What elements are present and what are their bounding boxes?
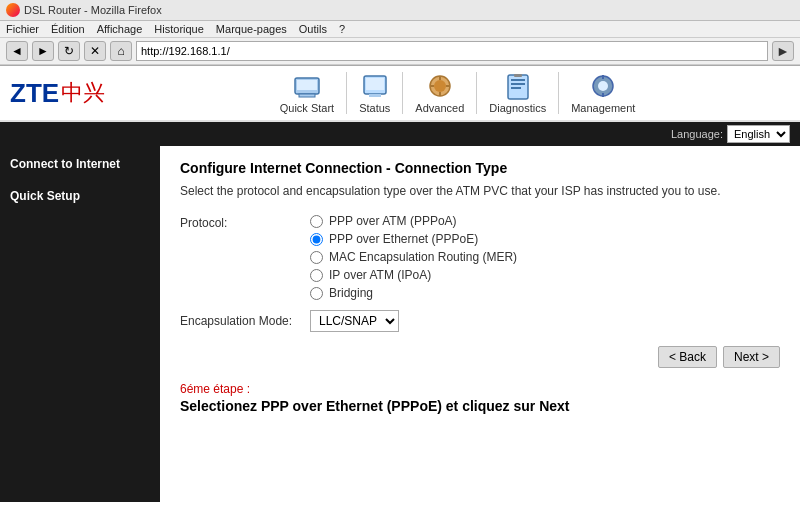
svg-point-18 [598,81,608,91]
lang-select[interactable]: English French [727,125,790,143]
main-area: Connect to Internet Quick Setup Configur… [0,146,800,502]
svg-rect-20 [602,93,604,97]
nav-status[interactable]: Status [347,72,403,114]
protocol-pppoа-label: PPP over ATM (PPPoA) [329,214,457,228]
page-description: Select the protocol and encapsulation ty… [180,182,780,200]
logo-chinese: 中兴 [61,78,105,108]
go-button[interactable]: ► [772,41,794,61]
radio-ipoa[interactable] [310,269,323,282]
logo-zte: ZTE [10,78,59,109]
lang-label: Language: [671,128,723,140]
next-button[interactable]: Next > [723,346,780,368]
content-area: Configure Internet Connection - Connecti… [160,146,800,502]
refresh-button[interactable]: ↻ [58,41,80,61]
step-text: Selectionez PPP over Ethernet (PPPoE) et… [180,398,780,414]
button-row: < Back Next > [180,346,780,368]
sidebar: Connect to Internet Quick Setup [0,146,160,502]
menu-outils[interactable]: Outils [299,23,327,35]
toolbar: ◄ ► ↻ ✕ ⌂ ► [0,38,800,65]
nav-status-label: Status [359,102,390,114]
forward-button[interactable]: ► [32,41,54,61]
menu-marque-pages[interactable]: Marque-pages [216,23,287,35]
svg-rect-16 [514,74,522,77]
menu-edition[interactable]: Édition [51,23,85,35]
advanced-icon [426,72,454,100]
address-bar[interactable] [136,41,768,61]
browser-icon [6,3,20,17]
nav-quick-start[interactable]: Quick Start [268,72,347,114]
svg-rect-2 [297,80,317,90]
svg-rect-19 [602,75,604,79]
menu-help[interactable]: ? [339,23,345,35]
svg-rect-10 [430,85,434,87]
browser-title: DSL Router - Mozilla Firefox [24,4,162,16]
menu-fichier[interactable]: Fichier [6,23,39,35]
radio-mer[interactable] [310,251,323,264]
protocol-ipoa[interactable]: IP over ATM (IPoA) [310,268,517,282]
protocol-radio-group: PPP over ATM (PPPoA) PPP over Ethernet (… [310,214,517,300]
protocol-pppoа[interactable]: PPP over ATM (PPPoA) [310,214,517,228]
diagnostics-icon [504,72,532,100]
svg-rect-13 [511,79,525,81]
svg-rect-14 [511,83,525,85]
protocol-ipoa-label: IP over ATM (IPoA) [329,268,431,282]
svg-rect-8 [439,76,441,80]
encapsulation-row: Encapsulation Mode: LLC/SNAP VCMUX [180,310,780,332]
nav-advanced-label: Advanced [415,102,464,114]
nav-advanced[interactable]: Advanced [403,72,477,114]
status-icon [361,72,389,100]
page-title: Configure Internet Connection - Connecti… [180,160,780,176]
protocol-label: Protocol: [180,214,310,230]
svg-rect-15 [511,87,521,89]
svg-rect-4 [366,78,384,90]
radio-pppoe[interactable] [310,233,323,246]
top-nav: ZTE中兴 Quick Start Status [0,66,800,122]
protocol-row: Protocol: PPP over ATM (PPPoA) PPP over … [180,214,780,300]
svg-rect-11 [446,85,450,87]
encapsulation-label: Encapsulation Mode: [180,314,310,328]
protocol-bridging[interactable]: Bridging [310,286,517,300]
svg-rect-9 [439,92,441,96]
management-icon [589,72,617,100]
protocol-pppoe-label: PPP over Ethernet (PPPoE) [329,232,478,246]
sidebar-connect[interactable]: Connect to Internet [10,156,150,173]
nav-diagnostics-label: Diagnostics [489,102,546,114]
menu-affichage[interactable]: Affichage [97,23,143,35]
lang-bar: Language: English French [0,122,800,146]
protocol-mer-label: MAC Encapsulation Routing (MER) [329,250,517,264]
protocol-mer[interactable]: MAC Encapsulation Routing (MER) [310,250,517,264]
svg-rect-5 [369,94,381,97]
quick-start-icon [293,72,321,100]
radio-bridging[interactable] [310,287,323,300]
stop-button[interactable]: ✕ [84,41,106,61]
menu-bar: Fichier Édition Affichage Historique Mar… [0,21,800,38]
nav-diagnostics[interactable]: Diagnostics [477,72,559,114]
logo: ZTE中兴 [10,78,105,109]
home-button[interactable]: ⌂ [110,41,132,61]
nav-management[interactable]: Management [559,72,647,114]
back-button[interactable]: ◄ [6,41,28,61]
svg-rect-1 [299,94,315,97]
encapsulation-select[interactable]: LLC/SNAP VCMUX [310,310,399,332]
svg-point-7 [434,80,446,92]
radio-pppoа[interactable] [310,215,323,228]
back-button[interactable]: < Back [658,346,717,368]
nav-items: Quick Start Status [125,72,790,114]
protocol-pppoe[interactable]: PPP over Ethernet (PPPoE) [310,232,517,246]
sidebar-quicksetup[interactable]: Quick Setup [10,188,150,205]
nav-management-label: Management [571,102,635,114]
menu-historique[interactable]: Historique [154,23,204,35]
protocol-bridging-label: Bridging [329,286,373,300]
step-label: 6éme étape : [180,382,780,396]
nav-quick-start-label: Quick Start [280,102,334,114]
